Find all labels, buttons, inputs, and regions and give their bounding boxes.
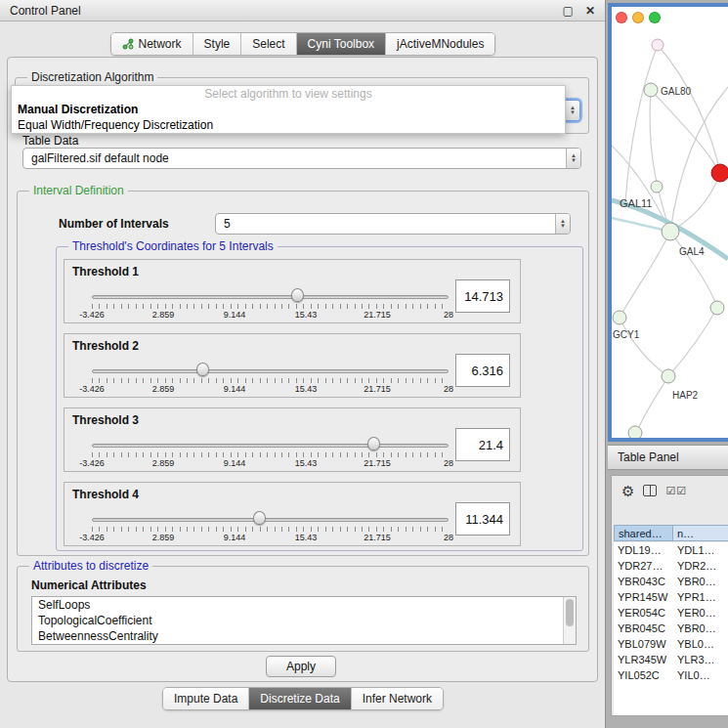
dropdown-option-equal-width[interactable]: Equal Width/Frequency Discretization (12, 117, 565, 133)
interval-definition-group: Interval Definition Number of Intervals … (17, 191, 589, 556)
slider-track[interactable] (92, 295, 449, 299)
tab-network[interactable]: Network (111, 33, 193, 55)
threshold-label: Threshold 1 (72, 265, 139, 278)
tick-label: 21.715 (364, 384, 391, 394)
table-panel: ⚙ ☑☑ shared… n… YDL19…YDL1…YDR27…YDR2…YB… (611, 475, 728, 716)
window-minimize-button[interactable] (632, 12, 644, 23)
table-data-select[interactable]: galFiltered.sif default node ▲▼ (22, 148, 581, 169)
apply-button[interactable]: Apply (266, 656, 336, 677)
table-row[interactable]: YER054CYER0… (614, 605, 728, 621)
column-header-name[interactable]: n… (673, 525, 728, 541)
threshold-value-input[interactable]: 6.316 (455, 354, 510, 387)
attribute-list-item[interactable]: SelfLoops (32, 597, 576, 613)
columns-icon[interactable] (643, 485, 657, 496)
table-cell[interactable]: YPR145W (614, 589, 673, 605)
tick-labels: -3.4262.8599.14415.4321.71528 (92, 310, 449, 321)
attribute-list-item[interactable]: BetweennessCentrality (32, 628, 576, 644)
slider-thumb[interactable] (253, 511, 266, 525)
network-node[interactable] (628, 426, 642, 438)
network-node[interactable] (710, 301, 724, 315)
table-row[interactable]: YLR345WYLR3… (614, 652, 728, 667)
threshold-value-input[interactable]: 14.713 (455, 279, 510, 313)
dropdown-option-manual-discretization[interactable]: Manual Discretization (12, 102, 565, 117)
tab-select[interactable]: Select (241, 33, 296, 55)
slider-track[interactable] (92, 444, 449, 448)
table-cell[interactable]: YER054C (614, 605, 673, 621)
control-panel-titlebar: Control Panel ▢ ✕ (0, 0, 605, 21)
table-row[interactable]: YDL19…YDL1… (614, 542, 728, 558)
list-scrollbar-thumb[interactable] (566, 599, 574, 626)
column-header-shared-name[interactable]: shared… (614, 525, 673, 541)
slider-thumb[interactable] (196, 363, 209, 376)
table-cell[interactable]: YLR3… (673, 652, 728, 667)
slider-thumb[interactable] (291, 288, 304, 302)
table-cell[interactable]: YER0… (673, 605, 728, 621)
table-row[interactable]: YBL079WYBL0… (614, 636, 728, 652)
network-node[interactable] (644, 83, 658, 97)
network-node-highlighted[interactable] (711, 164, 728, 182)
network-node-label: GAL80 (661, 86, 692, 97)
tick-label: 2.859 (152, 458, 175, 468)
network-canvas[interactable]: GAL80 GAL11 GAL4 GCY1 HAP2 (612, 28, 728, 438)
thresholds-group-title: Threshold's Coordinates for 5 Intervals (68, 239, 278, 253)
table-cell[interactable]: YPR1… (673, 589, 728, 605)
table-row[interactable]: YBR045CYBR0… (614, 621, 728, 636)
table-row[interactable]: YBR043CYBR0… (614, 574, 728, 589)
table-row[interactable]: YIL052CYIL0… (614, 667, 728, 683)
network-node[interactable] (651, 181, 663, 193)
slider-track[interactable] (92, 369, 449, 373)
slider-thumb[interactable] (367, 437, 380, 450)
table-row[interactable]: YPR145WYPR1… (614, 589, 728, 605)
table-cell[interactable]: YDR2… (673, 558, 728, 574)
table-cell[interactable]: YBL079W (614, 636, 673, 652)
number-of-intervals-select[interactable]: 5 ▲▼ (215, 213, 571, 235)
network-node[interactable] (662, 369, 675, 383)
table-cell[interactable]: YIL052C (614, 667, 673, 683)
tab-impute-data[interactable]: Impute Data (163, 688, 249, 709)
tab-style[interactable]: Style (193, 33, 242, 55)
tick-label: 2.859 (152, 384, 175, 394)
network-node[interactable] (652, 39, 664, 51)
table-cell[interactable]: YDL19… (614, 542, 673, 558)
tab-label: Impute Data (174, 692, 237, 706)
close-icon[interactable]: ✕ (585, 5, 595, 17)
numerical-attributes-list[interactable]: SelfLoopsTopologicalCoefficientBetweenne… (31, 596, 577, 645)
tab-cyni-toolbox[interactable]: Cyni Toolbox (297, 33, 386, 55)
threshold-panel-2: Threshold 2 -3.4262.8599.14415.4321.7152… (64, 333, 521, 398)
network-node[interactable] (662, 223, 679, 240)
tab-jactivemodules[interactable]: jActiveMNodules (386, 33, 494, 55)
table-cell[interactable]: YBR045C (614, 621, 673, 636)
table-row[interactable]: YDR27…YDR2… (614, 558, 728, 574)
float-window-icon[interactable]: ▢ (563, 5, 574, 17)
table-cell[interactable]: YBL0… (673, 636, 728, 652)
threshold-value-input[interactable]: 21.4 (455, 428, 510, 461)
table-cell[interactable]: YLR345W (614, 652, 673, 667)
tab-infer-network[interactable]: Infer Network (352, 688, 443, 709)
window-zoom-button[interactable] (649, 12, 661, 23)
threshold-label: Threshold 3 (72, 413, 139, 427)
table-cell[interactable]: YIL0… (673, 667, 728, 683)
table-cell[interactable]: YBR043C (614, 574, 673, 589)
table-cell[interactable]: YBR0… (673, 621, 728, 636)
network-node-label: GAL11 (620, 197, 652, 209)
table-panel-title: Table Panel (618, 450, 679, 464)
list-scrollbar[interactable] (563, 597, 576, 644)
tick-labels: -3.4262.8599.14415.4321.71528 (92, 458, 449, 469)
gear-icon[interactable]: ⚙ (621, 484, 634, 498)
tab-discretize-data[interactable]: Discretize Data (249, 688, 351, 709)
threshold-value-input[interactable]: 11.344 (455, 502, 510, 535)
window-close-button[interactable] (616, 12, 627, 23)
table-cell[interactable]: YDR27… (614, 558, 673, 574)
network-icon (122, 38, 134, 50)
interval-definition-group-title: Interval Definition (29, 184, 128, 197)
tick-label: 2.859 (152, 533, 175, 542)
tab-label: Select (252, 37, 284, 51)
network-node[interactable] (613, 311, 626, 324)
network-node-label: GAL4 (679, 246, 705, 257)
table-cell[interactable]: YBR0… (673, 574, 728, 589)
slider-track[interactable] (92, 518, 449, 522)
threshold-panel-3: Threshold 3 -3.4262.8599.14415.4321.7152… (64, 407, 521, 472)
table-cell[interactable]: YDL1… (673, 542, 728, 558)
select-columns-icon[interactable]: ☑☑ (665, 486, 687, 496)
attribute-list-item[interactable]: TopologicalCoefficient (32, 613, 576, 628)
